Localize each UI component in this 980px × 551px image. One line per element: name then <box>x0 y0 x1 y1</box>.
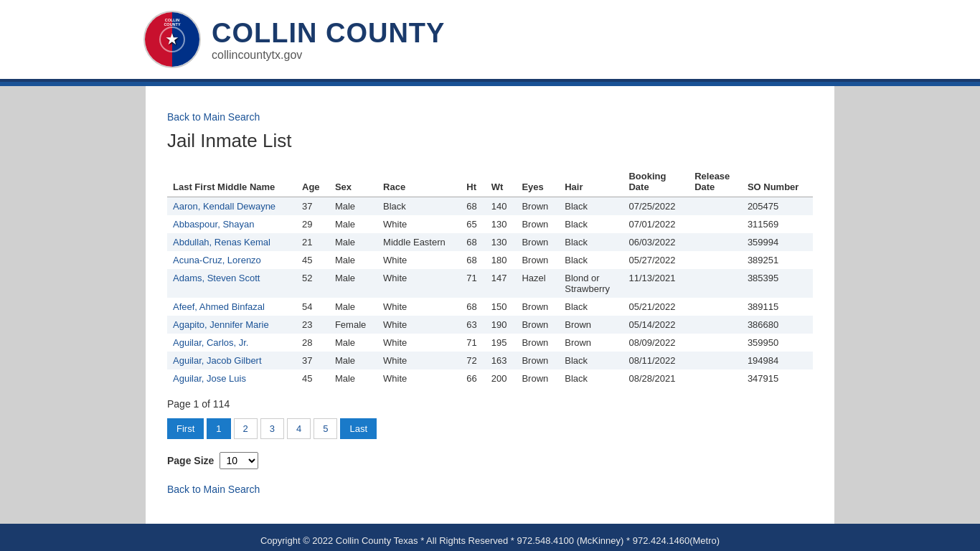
pagination: First 1 2 3 4 5 Last <box>167 418 813 439</box>
page-1-button[interactable]: 1 <box>207 418 230 439</box>
table-cell: 05/27/2022 <box>623 251 689 269</box>
table-cell <box>689 298 742 316</box>
table-cell: Black <box>559 352 623 369</box>
page-info: Page 1 of 114 <box>167 398 813 410</box>
inmate-name-link[interactable]: Abbaspour, Shayan <box>173 219 254 230</box>
page-5-button[interactable]: 5 <box>314 418 337 439</box>
table-cell: 180 <box>486 251 517 269</box>
table-row: Aguilar, Jose Luis45MaleWhite66200BrownB… <box>167 369 813 387</box>
table-cell: 08/11/2022 <box>623 352 689 369</box>
last-page-button[interactable]: Last <box>340 418 377 439</box>
page-3-button[interactable]: 3 <box>260 418 284 439</box>
col-wt: Wt <box>486 166 517 197</box>
table-cell <box>689 352 742 369</box>
main-content: Back to Main Search Jail Inmate List Las… <box>146 86 834 524</box>
table-cell: 29 <box>296 215 329 233</box>
table-cell: 68 <box>461 251 485 269</box>
table-row: Aguilar, Carlos, Jr.28MaleWhite71195Brow… <box>167 334 813 352</box>
table-cell: Male <box>329 251 377 269</box>
table-cell: White <box>377 215 461 233</box>
inmate-name-link[interactable]: Abdullah, Renas Kemal <box>173 237 270 248</box>
table-cell: 52 <box>296 269 329 298</box>
table-cell: 71 <box>461 334 485 352</box>
col-ht: Ht <box>461 166 485 197</box>
star-icon: ★ <box>165 30 179 49</box>
table-cell: 05/14/2022 <box>623 316 689 334</box>
table-cell: Brown <box>516 251 559 269</box>
first-page-button[interactable]: First <box>167 418 204 439</box>
inmate-name-link[interactable]: Adams, Steven Scott <box>173 273 260 283</box>
page-header: ★ COLLINCOUNTY COLLIN COUNTY collincount… <box>0 0 980 82</box>
page-2-button[interactable]: 2 <box>234 418 258 439</box>
table-cell: 68 <box>461 197 485 216</box>
inmate-name-link[interactable]: Afeef, Ahmed Binfazal <box>173 301 265 312</box>
table-cell: 06/03/2022 <box>623 233 689 251</box>
table-row: Afeef, Ahmed Binfazal54MaleWhite68150Bro… <box>167 298 813 316</box>
inmate-name-link[interactable]: Agapito, Jennifer Marie <box>173 319 269 330</box>
table-cell: 08/09/2022 <box>623 334 689 352</box>
table-cell: White <box>377 298 461 316</box>
inmate-name-link[interactable]: Aguilar, Carlos, Jr. <box>173 337 249 348</box>
table-cell: 45 <box>296 369 329 387</box>
table-cell: Black <box>559 251 623 269</box>
table-cell: 190 <box>486 316 517 334</box>
site-url: collincountytx.gov <box>212 49 445 62</box>
table-cell: Brown <box>559 316 623 334</box>
table-cell: 68 <box>461 233 485 251</box>
table-cell: Brown <box>516 215 559 233</box>
page-size-select[interactable]: 10 25 50 100 <box>220 452 258 469</box>
table-cell: 347915 <box>742 369 813 387</box>
col-so-number: SO Number <box>742 166 813 197</box>
table-cell: Black <box>559 298 623 316</box>
table-cell: Male <box>329 215 377 233</box>
table-row: Aguilar, Jacob Gilbert37MaleWhite72163Br… <box>167 352 813 369</box>
table-cell: 72 <box>461 352 485 369</box>
site-title: COLLIN COUNTY <box>212 18 445 49</box>
table-cell: Middle Eastern <box>377 233 461 251</box>
table-cell: Aguilar, Jacob Gilbert <box>167 352 296 369</box>
table-cell: 163 <box>486 352 517 369</box>
col-booking-date: BookingDate <box>623 166 689 197</box>
back-to-main-search-bottom[interactable]: Back to Main Search <box>167 484 813 495</box>
table-cell: 140 <box>486 197 517 216</box>
back-to-main-search-top[interactable]: Back to Main Search <box>167 111 813 123</box>
table-cell: 07/01/2022 <box>623 215 689 233</box>
header-text: COLLIN COUNTY collincountytx.gov <box>212 18 445 62</box>
table-cell: 68 <box>461 298 485 316</box>
table-cell <box>689 251 742 269</box>
inmate-name-link[interactable]: Aguilar, Jacob Gilbert <box>173 355 262 366</box>
inmate-name-link[interactable]: Aaron, Kendall Dewayne <box>173 201 275 212</box>
table-cell: Blond orStrawberry <box>559 269 623 298</box>
table-cell: 359994 <box>742 233 813 251</box>
copyright-text: Copyright © 2022 Collin County Texas * A… <box>14 535 966 546</box>
table-cell: White <box>377 269 461 298</box>
table-cell: 389251 <box>742 251 813 269</box>
page-size-label: Page Size <box>167 455 214 466</box>
table-cell <box>689 269 742 298</box>
table-cell: White <box>377 251 461 269</box>
table-cell <box>689 233 742 251</box>
table-cell: 45 <box>296 251 329 269</box>
table-cell: Brown <box>516 352 559 369</box>
table-cell: 194984 <box>742 352 813 369</box>
table-cell: Black <box>377 197 461 216</box>
table-cell: Male <box>329 269 377 298</box>
inmate-name-link[interactable]: Acuna-Cruz, Lorenzo <box>173 255 261 265</box>
table-cell: Abdullah, Renas Kemal <box>167 233 296 251</box>
table-cell: Brown <box>516 233 559 251</box>
table-cell: Brown <box>516 316 559 334</box>
table-cell: White <box>377 352 461 369</box>
col-name: Last First Middle Name <box>167 166 296 197</box>
table-row: Adams, Steven Scott52MaleWhite71147Hazel… <box>167 269 813 298</box>
table-cell: Male <box>329 298 377 316</box>
table-cell: Aguilar, Jose Luis <box>167 369 296 387</box>
page-4-button[interactable]: 4 <box>287 418 311 439</box>
table-cell: Hazel <box>516 269 559 298</box>
inmate-name-link[interactable]: Aguilar, Jose Luis <box>173 373 246 384</box>
table-cell: 37 <box>296 352 329 369</box>
table-cell: 23 <box>296 316 329 334</box>
table-cell: 130 <box>486 215 517 233</box>
table-cell: Adams, Steven Scott <box>167 269 296 298</box>
table-cell: 65 <box>461 215 485 233</box>
page-title: Jail Inmate List <box>167 130 813 152</box>
